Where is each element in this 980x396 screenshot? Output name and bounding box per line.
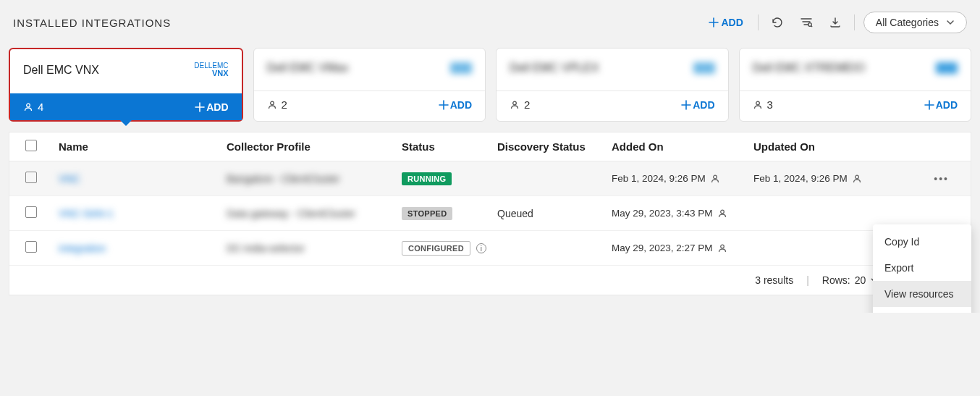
card-header: Dell EMC VMax	[254, 49, 486, 90]
card-count: 4	[23, 101, 43, 113]
card-add-button[interactable]: ADD	[681, 99, 714, 111]
integration-card[interactable]: Dell EMC VMax 2 ADD	[253, 48, 486, 122]
table-row[interactable]: VNC Bangalore - ClientCluster RUNNING Fe…	[9, 161, 971, 196]
person-icon	[267, 100, 277, 110]
svg-point-3	[513, 101, 517, 105]
person-icon	[710, 174, 720, 184]
table-row[interactable]: VNC-SAN-1 Data gateway - ClientCluster S…	[9, 196, 971, 231]
row-added-value: May 29, 2023, 2:27 PM	[612, 243, 713, 253]
menu-item-view-resources[interactable]: View resources	[873, 281, 971, 307]
svg-point-4	[756, 101, 759, 105]
person-icon	[510, 100, 520, 110]
person-icon	[717, 243, 727, 253]
card-footer: 4 ADD	[10, 93, 242, 120]
col-name[interactable]: Name	[59, 140, 227, 153]
person-icon	[852, 174, 862, 184]
person-icon	[717, 208, 727, 219]
download-button[interactable]	[825, 12, 845, 33]
select-all-checkbox[interactable]	[25, 140, 37, 151]
row-name-blurred: VNC	[59, 173, 80, 185]
status-badge: STOPPED	[402, 207, 452, 220]
svg-point-2	[270, 101, 274, 105]
plus-icon	[195, 102, 205, 112]
card-footer: 2 ADD	[497, 90, 728, 118]
row-collector-blurred: DC-india-selector	[227, 243, 305, 254]
add-button[interactable]: ADD	[703, 14, 749, 31]
info-icon[interactable]: i	[476, 243, 486, 253]
card-add-label: ADD	[693, 99, 714, 111]
col-discovery[interactable]: Discovery Status	[497, 140, 612, 153]
rows-label: Rows:	[822, 274, 850, 286]
svg-point-7	[720, 210, 724, 214]
status-badge: RUNNING	[402, 172, 452, 185]
card-footer: 2 ADD	[254, 90, 486, 118]
person-icon	[753, 100, 763, 110]
card-header: Dell EMC VNX DELLEMC VNX	[10, 49, 242, 93]
add-button-label: ADD	[722, 17, 743, 28]
separator	[854, 14, 855, 30]
logo-bottom: VNX	[194, 69, 228, 77]
card-add-label: ADD	[206, 101, 228, 113]
plus-icon	[439, 100, 449, 110]
card-count: 2	[510, 98, 530, 111]
table-row[interactable]: integration DC-india-selector CONFIGURED…	[9, 231, 971, 266]
svg-point-1	[27, 104, 30, 107]
person-icon	[23, 102, 33, 112]
row-discovery: Queued	[497, 208, 612, 219]
card-count-value: 2	[524, 98, 530, 111]
row-collector-blurred: Data gateway - ClientCluster	[227, 208, 355, 219]
plus-icon	[709, 17, 719, 28]
row-checkbox[interactable]	[25, 241, 37, 253]
card-add-button[interactable]: ADD	[924, 99, 958, 111]
card-count-value: 4	[38, 101, 43, 113]
card-add-label: ADD	[450, 99, 472, 111]
page-title: INSTALLED INTEGRATIONS	[13, 17, 171, 29]
row-actions-button[interactable]: •••	[934, 173, 949, 185]
table-header: Name Collector Profile Status Discovery …	[9, 132, 971, 161]
col-added[interactable]: Added On	[612, 140, 753, 153]
card-add-button[interactable]: ADD	[195, 101, 228, 113]
row-context-menu: Copy Id Export View resources Rescan Edi…	[873, 224, 971, 313]
plus-icon	[924, 100, 934, 110]
menu-item-rescan[interactable]: Rescan	[873, 307, 971, 313]
download-icon	[829, 16, 842, 29]
col-status[interactable]: Status	[402, 140, 497, 153]
card-count: 3	[753, 98, 773, 111]
card-title-blurred: Dell EMC XTREMEIO	[753, 62, 866, 75]
dell-emc-vnx-logo: DELLEMC VNX	[194, 62, 228, 77]
col-collector[interactable]: Collector Profile	[227, 140, 402, 153]
card-add-button[interactable]: ADD	[439, 99, 472, 111]
col-updated[interactable]: Updated On	[753, 140, 895, 153]
svg-point-6	[856, 175, 859, 179]
separator: |	[806, 274, 809, 286]
row-added: May 29, 2023, 3:43 PM	[612, 208, 753, 219]
integration-card[interactable]: Dell EMC XTREMEIO 3 ADD	[739, 48, 972, 122]
card-title-blurred: Dell EMC VMax	[267, 62, 349, 75]
row-updated: Feb 1, 2024, 9:26 PM	[753, 173, 895, 184]
row-checkbox[interactable]	[25, 172, 37, 183]
rows-per-page[interactable]: Rows: 20	[822, 274, 879, 286]
svg-point-8	[720, 245, 724, 248]
menu-item-copy-id[interactable]: Copy Id	[873, 229, 971, 255]
results-count: 3 results	[755, 274, 793, 286]
card-header: Dell EMC VPLEX	[497, 49, 728, 90]
header-actions: ADD All Categories	[703, 12, 968, 33]
status-badge: CONFIGURED	[402, 241, 470, 256]
categories-select[interactable]: All Categories	[863, 12, 967, 33]
menu-item-export[interactable]: Export	[873, 255, 971, 281]
card-count-value: 3	[767, 98, 773, 111]
integration-cards: Dell EMC VNX DELLEMC VNX 4 ADD De	[9, 48, 971, 122]
header: INSTALLED INTEGRATIONS ADD All Categorie…	[9, 12, 971, 33]
card-add-label: ADD	[936, 99, 958, 111]
integration-card[interactable]: Dell EMC VNX DELLEMC VNX 4 ADD	[9, 48, 243, 122]
row-checkbox[interactable]	[25, 206, 37, 218]
row-added: Feb 1, 2024, 9:26 PM	[612, 173, 753, 184]
table-footer: 3 results | Rows: 20 Page	[9, 266, 971, 295]
card-count-value: 2	[282, 98, 287, 111]
integration-card[interactable]: Dell EMC VPLEX 2 ADD	[496, 48, 729, 122]
card-logo-blurred	[693, 62, 715, 74]
rows-value: 20	[855, 274, 866, 286]
row-collector-blurred: Bangalore - ClientCluster	[227, 173, 339, 185]
refresh-button[interactable]	[767, 12, 787, 33]
filter-button[interactable]	[796, 12, 816, 33]
